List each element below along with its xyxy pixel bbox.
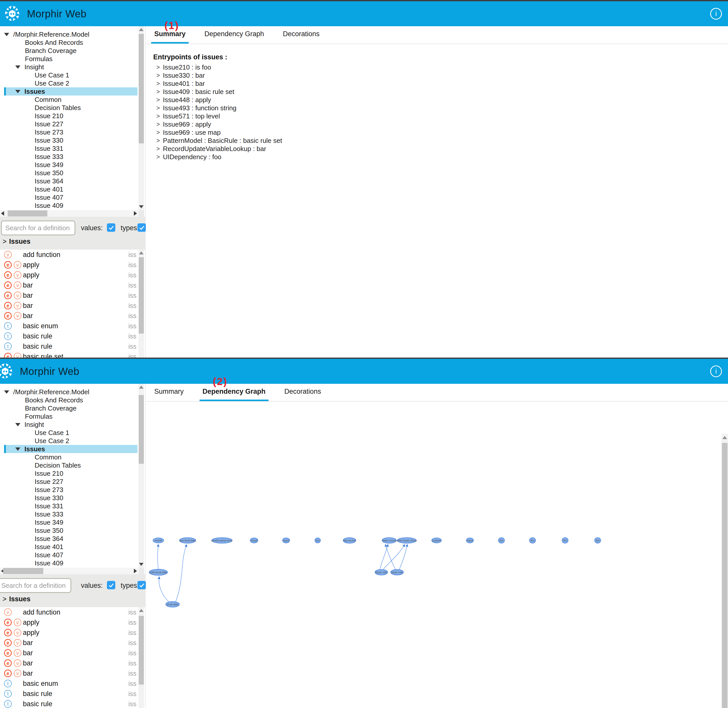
definition-row-basic-rule[interactable]: tbasic ruleiss [0,341,138,351]
tree-item-issue-227[interactable]: Issue 227 [0,120,138,128]
entrypoint-issue448-apply[interactable]: >Issue448 : apply [156,96,728,104]
tree-item-issue-409[interactable]: Issue 409 [0,559,138,567]
dependency-graph-canvas[interactable]: monthraw local datemonth parse errorresu… [146,402,720,690]
scrollbar-thumb[interactable] [722,443,728,708]
tree-item-issue-407[interactable]: Issue 407 [0,193,138,202]
definitions-scrollbar[interactable] [139,607,144,708]
tree-item-formulas[interactable]: Formulas [0,412,138,421]
tree-item-issue-401[interactable]: Issue 401 [0,185,138,193]
chevron-down-icon[interactable] [15,423,21,427]
definition-row-apply[interactable]: evapplyiss [0,617,138,628]
tree-item-issue-364[interactable]: Issue 364 [0,177,138,185]
scroll-down-icon[interactable] [139,561,144,568]
tree-item-use-case-2[interactable]: Use Case 2 [0,437,138,445]
search-input[interactable] [1,221,75,235]
definition-row-bar[interactable]: evbariss [0,280,138,290]
tree-item-books-and-records[interactable]: Books And Records [0,396,138,404]
types-checkbox[interactable] [137,223,146,232]
tab-decorations[interactable]: Decorations [280,30,323,44]
values-checkbox[interactable] [107,581,115,589]
entrypoint-issue969-use-map[interactable]: >Issue969 : use map [156,128,728,136]
definition-row-bar[interactable]: evbariss [0,648,138,658]
tree-item-branch-coverage[interactable]: Branch Coverage [0,404,138,412]
tree-item-issue-333[interactable]: Issue 333 [0,152,138,161]
entrypoint-issue493-function-string[interactable]: >Issue493 : function string [156,104,728,112]
search-input[interactable] [0,578,71,593]
tree-item-issue-333[interactable]: Issue 333 [0,510,138,518]
tree-item-issue-401[interactable]: Issue 401 [0,543,138,551]
scroll-right-icon[interactable] [133,568,138,574]
scrollbar-thumb[interactable] [139,257,144,334]
tree-item-insight[interactable]: Insight [0,421,138,429]
chevron-down-icon[interactable] [15,90,21,93]
tree-item-insight[interactable]: Insight [0,63,138,71]
tree-item-branch-coverage[interactable]: Branch Coverage [0,46,138,55]
tree-item-issues[interactable]: Issues [4,445,137,453]
definition-row-basic-enum[interactable]: tbasic enumiss [0,321,138,331]
definitions-group-header[interactable]: >Issues [3,238,30,245]
scrollbar-thumb[interactable] [139,616,144,685]
entrypoint-patternmodel-basicrule-basic-rule-set[interactable]: >PatternModel : BasicRule : basic rule s… [156,136,728,145]
tree-item-morphir-reference-model[interactable]: /Morphir.Reference.Model [0,30,138,38]
definition-row-apply[interactable]: evapplyiss [0,270,138,280]
tree-item-issue-330[interactable]: Issue 330 [0,494,138,502]
tab-decorations[interactable]: Decorations [281,387,324,401]
definitions-scrollbar[interactable] [139,250,144,358]
definitions-group-header[interactable]: >Issues [3,595,30,603]
tree-item-issue-210[interactable]: Issue 210 [0,469,138,477]
definition-row-apply[interactable]: evapplyiss [0,260,138,270]
tree-item-issue-409[interactable]: Issue 409 [0,202,138,210]
definition-row-basic-rule[interactable]: tbasic ruleiss [0,699,138,708]
tree-item-common[interactable]: Common [0,453,138,461]
tree-item-issue-407[interactable]: Issue 407 [0,551,138,559]
definition-row-add-function[interactable]: vadd functioniss [0,250,138,260]
definition-row-apply[interactable]: evapplyiss [0,628,138,638]
scroll-right-icon[interactable] [133,210,138,217]
scrollbar-thumb[interactable] [8,210,47,216]
definition-row-bar[interactable]: evbariss [0,668,138,679]
tree-item-issue-273[interactable]: Issue 273 [0,128,138,136]
definition-row-basic-enum[interactable]: tbasic enumiss [0,679,138,689]
tree-item-use-case-1[interactable]: Use Case 1 [0,71,138,79]
definition-row-bar[interactable]: evbariss [0,658,138,668]
tree-item-issue-350[interactable]: Issue 350 [0,169,138,177]
scrollbar-thumb[interactable] [139,34,144,144]
tree-item-use-case-1[interactable]: Use Case 1 [0,429,138,437]
entrypoint-uidependency-foo[interactable]: >UIDependency : foo [156,153,728,161]
tree-item-issue-349[interactable]: Issue 349 [0,518,138,527]
tree-item-issue-350[interactable]: Issue 350 [0,527,138,535]
tree-vertical-scrollbar[interactable] [139,26,144,210]
scroll-up-icon[interactable] [139,384,144,390]
entrypoint-issue571-top-level[interactable]: >Issue571 : top level [156,112,728,120]
tree-item-issue-227[interactable]: Issue 227 [0,477,138,486]
tree-item-issue-364[interactable]: Issue 364 [0,535,138,543]
definition-row-basic-rule[interactable]: tbasic ruleiss [0,331,138,341]
tree-item-morphir-reference-model[interactable]: /Morphir.Reference.Model [0,388,138,396]
tree-item-issue-330[interactable]: Issue 330 [0,136,138,144]
chevron-down-icon[interactable] [15,447,21,451]
scroll-up-icon[interactable] [139,26,144,33]
entrypoint-issue409-basic-rule-set[interactable]: >Issue409 : basic rule set [156,88,728,96]
scroll-left-icon[interactable] [0,210,5,217]
tree-item-common[interactable]: Common [0,96,138,104]
scroll-up-icon[interactable] [139,250,144,256]
tab-dependency-graph[interactable]: Dependency Graph [201,30,267,44]
tree-item-issue-349[interactable]: Issue 349 [0,161,138,169]
definition-row-bar[interactable]: evbariss [0,300,138,311]
info-icon[interactable]: i [710,8,722,20]
tree-item-issues[interactable]: Issues [4,87,137,96]
scrollbar-thumb[interactable] [139,395,144,464]
graph-vertical-scrollbar[interactable] [721,434,728,708]
scrollbar-thumb[interactable] [3,568,43,574]
values-checkbox[interactable] [107,223,115,232]
tree-vertical-scrollbar[interactable] [139,384,144,568]
entrypoint-recordupdatevariablelookup-bar[interactable]: >RecordUpdateVariableLookup : bar [156,145,728,153]
definition-row-bar[interactable]: evbariss [0,311,138,321]
tree-item-formulas[interactable]: Formulas [0,55,138,63]
tree-item-books-and-records[interactable]: Books And Records [0,38,138,46]
chevron-down-icon[interactable] [15,65,21,69]
tree-item-decision-tables[interactable]: Decision Tables [0,461,138,469]
tree-item-issue-331[interactable]: Issue 331 [0,144,138,152]
entrypoint-issue210-is-foo[interactable]: >Issue210 : is foo [156,63,728,71]
scroll-up-icon[interactable] [139,607,144,614]
